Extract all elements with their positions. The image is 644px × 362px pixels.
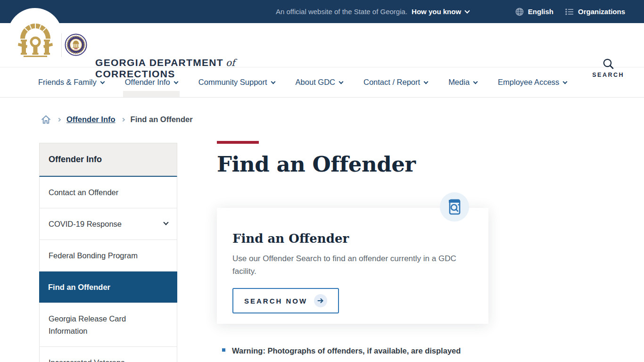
search-icon: [602, 58, 615, 70]
chevron-down-icon: [563, 80, 568, 84]
chevron-down-icon: [271, 80, 275, 84]
nav-label: Media: [448, 78, 470, 87]
sidebar-item-label: Incarcerated Veterans: [49, 358, 124, 362]
topbar-utility-group: English Organizations: [515, 0, 625, 23]
chevron-down-icon: [424, 80, 429, 84]
search-now-button[interactable]: SEARCH NOW: [232, 288, 339, 313]
document-search-icon: [447, 198, 462, 216]
main-content: Find an Offender Find an Offender Use ou…: [217, 141, 488, 356]
card-badge-circle: [440, 192, 469, 222]
sidebar-item-label: Federal Bonding Program: [49, 251, 138, 260]
organizations-list-icon: [565, 7, 574, 16]
globe-icon: [515, 7, 524, 16]
language-label: English: [528, 8, 553, 16]
nav-label: Employee Access: [498, 78, 559, 87]
organizations-menu[interactable]: Organizations: [565, 7, 625, 16]
section-sidebar: Offender Info Contact an Offender COVID-…: [39, 143, 177, 362]
official-website-text: An official website of the State of Geor…: [276, 8, 407, 16]
card-title: Find an Offender: [232, 231, 473, 246]
warning-text: Warning: Photographs of offenders, if av…: [232, 346, 461, 356]
sidebar-item-federal-bonding-program[interactable]: Federal Bonding Program: [40, 239, 177, 271]
home-icon[interactable]: [41, 114, 51, 125]
nav-label: Friends & Family: [38, 78, 97, 87]
title-accent-bar: [217, 141, 259, 144]
nav-item-about-gdc[interactable]: About GDC: [296, 67, 343, 97]
chevron-down-icon: [100, 80, 105, 84]
agency-name-connector: of: [226, 57, 235, 68]
how-you-know-toggle[interactable]: How you know: [412, 8, 469, 16]
bullet-square-icon: [222, 348, 225, 352]
card-description: Use our Offender Search to find an offen…: [232, 252, 463, 278]
sidebar-item-label: Find an Offender: [48, 283, 110, 291]
breadcrumb-separator-icon: [121, 117, 124, 121]
agency-name-line2: CORRECTIONS: [95, 68, 235, 80]
sidebar-item-incarcerated-veterans[interactable]: Incarcerated Veterans: [40, 346, 177, 362]
agency-name-line1: GEORGIA DEPARTMENT: [95, 57, 223, 68]
chevron-down-icon: [339, 80, 344, 84]
search-label: SEARCH: [592, 72, 624, 78]
breadcrumb: Offender Info Find an Offender: [41, 114, 193, 125]
agency-name[interactable]: GEORGIA DEPARTMENTof CORRECTIONS: [95, 57, 235, 80]
language-switcher[interactable]: English: [515, 7, 553, 16]
official-topbar: An official website of the State of Geor…: [0, 0, 644, 23]
breadcrumb-separator-icon: [57, 117, 61, 121]
sidebar-item-contact-an-offender[interactable]: Contact an Offender: [40, 177, 177, 208]
header-divider: [61, 33, 62, 57]
how-you-know-label: How you know: [412, 8, 461, 16]
sidebar-item-covid-19-response[interactable]: COVID-19 Response: [40, 208, 177, 239]
sidebar-menu: Contact an Offender COVID-19 Response Fe…: [39, 177, 177, 362]
sidebar-item-find-an-offender[interactable]: Find an Offender: [39, 271, 177, 303]
breadcrumb-link-offender-info[interactable]: Offender Info: [66, 115, 116, 124]
chevron-down-icon: [173, 80, 178, 84]
arrow-circle: [314, 294, 327, 307]
gdc-seal: [65, 33, 87, 56]
arrow-right-icon: [317, 297, 324, 304]
sidebar-item-label: Contact an Offender: [49, 188, 118, 197]
chevron-down-icon: [473, 80, 478, 84]
breadcrumb-current-page: Find an Offender: [131, 115, 193, 124]
organizations-label: Organizations: [578, 8, 625, 16]
nav-label: Contact / Report: [363, 78, 420, 87]
nav-item-contact-report[interactable]: Contact / Report: [363, 67, 428, 97]
nav-item-employee-access[interactable]: Employee Access: [498, 67, 567, 97]
site-search-button[interactable]: SEARCH: [592, 58, 624, 78]
chevron-down-icon: [464, 8, 470, 13]
sidebar-item-label: Georgia Release Card Information: [49, 313, 143, 337]
georgia-arch-logo[interactable]: [18, 20, 53, 58]
topbar-official-group: An official website of the State of Geor…: [276, 0, 469, 23]
find-offender-card: Find an Offender Use our Offender Search…: [217, 208, 488, 324]
page-title: Find an Offender: [217, 151, 488, 178]
nav-label: About GDC: [296, 78, 335, 87]
warning-list-item: Warning: Photographs of offenders, if av…: [217, 346, 488, 356]
search-now-label: SEARCH NOW: [244, 297, 307, 305]
nav-item-friends-family[interactable]: Friends & Family: [38, 67, 104, 97]
chevron-down-icon[interactable]: [163, 220, 168, 225]
nav-item-media[interactable]: Media: [448, 67, 477, 97]
sidebar-title: Offender Info: [39, 143, 177, 177]
sidebar-item-georgia-release-card-information[interactable]: Georgia Release Card Information: [40, 303, 177, 346]
sidebar-item-label: COVID-19 Response: [49, 220, 122, 228]
